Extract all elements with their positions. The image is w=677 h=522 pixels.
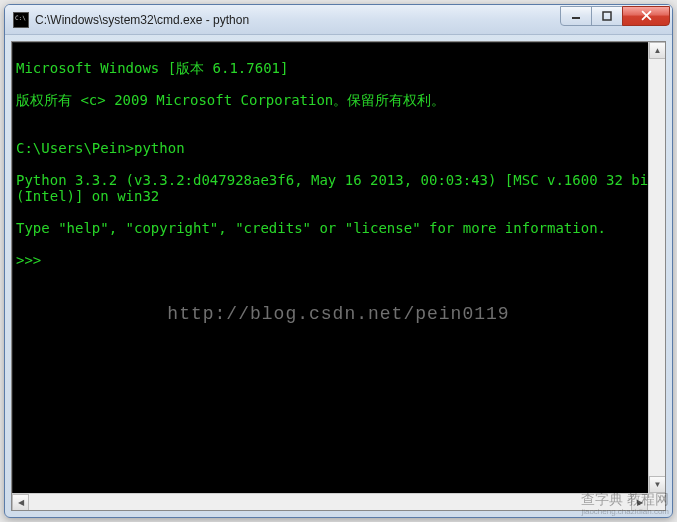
console-line: C:\Users\Pein>python [16,140,661,156]
minimize-button[interactable] [560,6,592,26]
python-prompt[interactable]: >>> [16,252,661,268]
prompt-text: >>> [16,252,50,268]
scroll-left-button[interactable]: ◀ [12,494,29,511]
maximize-button[interactable] [591,6,623,26]
vertical-scrollbar[interactable]: ▲ ▼ [648,42,665,493]
window-controls [561,6,670,26]
svg-rect-1 [603,12,611,20]
console-area: Microsoft Windows [版本 6.1.7601] 版权所有 <c>… [11,41,666,511]
horizontal-scrollbar[interactable]: ◀ ▶ [12,493,648,510]
scroll-right-button[interactable]: ▶ [631,494,648,511]
scrollbar-corner [648,493,665,510]
console-line: Type "help", "copyright", "credits" or "… [16,220,661,236]
console-output[interactable]: Microsoft Windows [版本 6.1.7601] 版权所有 <c>… [12,42,665,510]
console-line: Microsoft Windows [版本 6.1.7601] [16,60,661,76]
close-button[interactable] [622,6,670,26]
console-line: Python 3.3.2 (v3.3.2:d047928ae3f6, May 1… [16,172,661,204]
scroll-track-horizontal[interactable] [29,494,631,510]
scroll-track-vertical[interactable] [649,59,665,476]
cmd-icon [13,12,29,28]
svg-rect-0 [572,17,580,19]
window-title: C:\Windows\system32\cmd.exe - python [35,13,561,27]
scroll-up-button[interactable]: ▲ [649,42,666,59]
cmd-window: C:\Windows\system32\cmd.exe - python Mic… [4,4,673,518]
console-line: 版权所有 <c> 2009 Microsoft Corporation。保留所有… [16,92,661,108]
cursor [50,252,58,266]
titlebar[interactable]: C:\Windows\system32\cmd.exe - python [5,5,672,35]
scroll-down-button[interactable]: ▼ [649,476,666,493]
